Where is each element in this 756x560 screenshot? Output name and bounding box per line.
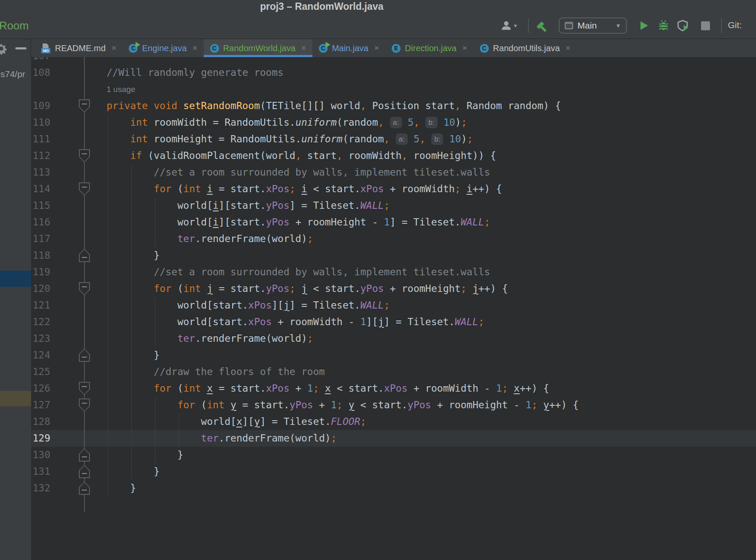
run-button[interactable]	[638, 13, 649, 38]
gear-icon[interactable]	[0, 43, 7, 55]
gutter-fold-column[interactable]	[50, 480, 107, 496]
line-number[interactable]: 129	[31, 430, 50, 447]
tab-direction-java[interactable]: EDirection.java✕	[385, 39, 473, 57]
code-text[interactable]: world[start.xPos + roomWidth - 1][j] = T…	[107, 314, 484, 330]
code-text[interactable]: for (int i = start.xPos; i < start.xPos …	[107, 181, 502, 197]
gutter-fold-column[interactable]	[50, 280, 107, 297]
gutter-fold-column[interactable]	[50, 98, 107, 114]
fold-marker-start[interactable]	[79, 149, 90, 162]
code-text[interactable]: //draw the floors of the room	[107, 364, 325, 380]
line-number[interactable]: 110	[31, 114, 50, 131]
line-number[interactable]: 122	[31, 314, 50, 330]
code-text[interactable]: //Will randomly generate rooms	[107, 64, 283, 81]
code-line-117[interactable]: 117 ter.renderFrame(world);	[31, 231, 756, 247]
gutter-fold-column[interactable]	[50, 114, 107, 131]
code-line-119[interactable]: 119 //set a room surrounded by walls, im…	[31, 264, 756, 280]
code-text[interactable]: //set a room surrounded by walls, implem…	[107, 164, 490, 181]
code-line-112[interactable]: 112 if (validRoomPlacement(world, start,…	[31, 147, 756, 164]
gutter-fold-column[interactable]	[50, 264, 107, 280]
gutter-fold-column[interactable]	[50, 380, 107, 397]
line-number[interactable]: 127	[31, 397, 50, 413]
build-button[interactable]	[535, 13, 550, 38]
line-number[interactable]: 131	[31, 463, 50, 480]
code-line-129[interactable]: 129 ter.renderFrame(world);	[31, 430, 756, 447]
code-line-130[interactable]: 130 }	[31, 447, 756, 463]
line-number[interactable]	[31, 81, 50, 98]
code-text[interactable]: ter.renderFrame(world);	[107, 330, 313, 347]
code-text[interactable]: for (int y = start.yPos + 1; y < start.y…	[107, 397, 579, 413]
gutter-fold-column[interactable]	[50, 447, 107, 463]
tree-selection-row[interactable]	[0, 391, 31, 406]
code-text[interactable]: private void setRandomRoom(TETile[][] wo…	[107, 98, 561, 114]
code-line-125[interactable]: 125 //draw the floors of the room	[31, 364, 756, 380]
line-number[interactable]: 107	[31, 57, 50, 64]
tab-readme-md[interactable]: MDREADME.md✕	[35, 39, 122, 57]
gutter-fold-column[interactable]	[50, 314, 107, 330]
gutter-fold-column[interactable]	[50, 147, 107, 164]
code-text[interactable]: world[start.xPos][j] = Tileset.WALL;	[107, 297, 390, 314]
code-text[interactable]: ter.renderFrame(world);	[107, 430, 337, 447]
debug-button[interactable]	[657, 13, 670, 38]
gutter-fold-column[interactable]	[50, 81, 107, 98]
code-line-109[interactable]: 109private void setRandomRoom(TETile[][]…	[31, 98, 756, 114]
code-line-116[interactable]: 116 world[i][start.yPos + roomHeight - 1…	[31, 214, 756, 231]
code-text[interactable]: world[i][start.yPos + roomHeight - 1] = …	[107, 214, 490, 231]
tab-close-icon[interactable]: ✕	[192, 44, 198, 52]
code-line-115[interactable]: 115 world[i][start.yPos] = Tileset.WALL;	[31, 197, 756, 214]
code-text[interactable]: //set a room surrounded by walls, implem…	[107, 264, 490, 280]
line-number[interactable]: 125	[31, 364, 50, 380]
line-number[interactable]: 130	[31, 447, 50, 463]
fold-marker-end[interactable]	[79, 482, 90, 495]
code-line-123[interactable]: 123 ter.renderFrame(world);	[31, 330, 756, 347]
usage-inlay-hint[interactable]: 1 usage	[107, 81, 136, 98]
fold-marker-start[interactable]	[79, 99, 90, 113]
run-with-coverage-button[interactable]	[677, 13, 690, 38]
gutter-fold-column[interactable]	[50, 164, 107, 181]
line-number[interactable]: 126	[31, 380, 50, 397]
fold-marker-start[interactable]	[79, 382, 90, 395]
line-number[interactable]: 120	[31, 280, 50, 297]
code-text[interactable]: world[x][y] = Tileset.FLOOR;	[107, 413, 366, 430]
code-line-107[interactable]: 107	[31, 57, 756, 64]
code-line-110[interactable]: 110 int roomWidth = RandomUtils.uniform(…	[31, 114, 756, 131]
fold-marker-end[interactable]	[79, 349, 90, 362]
line-number[interactable]: 114	[31, 181, 50, 197]
line-number[interactable]: 117	[31, 231, 50, 247]
code-line-120[interactable]: 120 for (int j = start.yPos; j < start.y…	[31, 280, 756, 297]
code-line-118[interactable]: 118 }	[31, 247, 756, 264]
tab-randomutils-java[interactable]: CRandomUtils.java✕	[473, 39, 577, 57]
fold-marker-end[interactable]	[79, 448, 90, 462]
code-line-126[interactable]: 126 for (int x = start.xPos + 1; x < sta…	[31, 380, 756, 397]
code-text[interactable]: }	[107, 447, 183, 463]
gutter-fold-column[interactable]	[50, 413, 107, 430]
user-account-button[interactable]: ▾	[500, 13, 517, 38]
gutter-fold-column[interactable]	[50, 131, 107, 147]
run-configuration-select[interactable]: Main ▼	[559, 17, 627, 34]
code-line-114[interactable]: 114 for (int i = start.xPos; i < start.x…	[31, 181, 756, 197]
tree-selection-row[interactable]	[0, 271, 31, 287]
fold-marker-end[interactable]	[79, 465, 90, 478]
tab-close-icon[interactable]: ✕	[462, 44, 467, 52]
code-line-124[interactable]: 124 }	[31, 347, 756, 364]
line-number[interactable]: 128	[31, 413, 50, 430]
code-line-128[interactable]: 128 world[x][y] = Tileset.FLOOR;	[31, 413, 756, 430]
line-number[interactable]: 124	[31, 347, 50, 364]
gutter-fold-column[interactable]	[50, 397, 107, 413]
line-number[interactable]: 109	[31, 98, 50, 114]
gutter-fold-column[interactable]	[50, 347, 107, 364]
gutter-fold-column[interactable]	[50, 463, 107, 480]
code-text[interactable]: world[i][start.yPos] = Tileset.WALL;	[107, 197, 390, 214]
code-text[interactable]: }	[107, 347, 160, 364]
fold-marker-start[interactable]	[79, 398, 90, 412]
line-number[interactable]: 115	[31, 197, 50, 214]
project-panel-edge[interactable]: s74/pr	[0, 57, 31, 560]
tab-engine-java[interactable]: CEngine.java✕	[122, 39, 203, 57]
tab-close-icon[interactable]: ✕	[374, 44, 380, 52]
gutter-fold-column[interactable]	[50, 297, 107, 314]
hide-panel-icon[interactable]	[15, 47, 26, 49]
code-line-132[interactable]: 132 }	[31, 480, 756, 496]
line-number[interactable]: 123	[31, 330, 50, 347]
code-text[interactable]: int roomWidth = RandomUtils.uniform(rand…	[107, 114, 467, 131]
tab-close-icon[interactable]: ✕	[566, 44, 571, 52]
line-number[interactable]: 132	[31, 480, 50, 496]
